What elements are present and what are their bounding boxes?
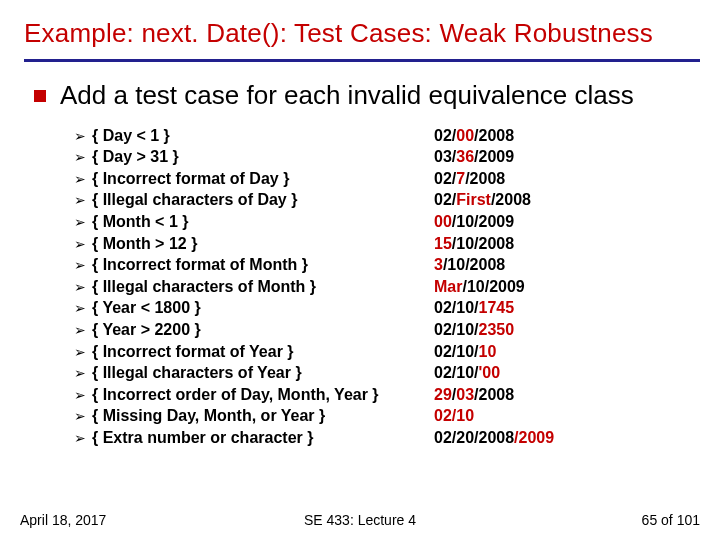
test-case-desc: { Extra number or character } — [92, 427, 434, 449]
list-item: ➢{ Incorrect format of Year }02/10/10 — [74, 341, 696, 363]
test-case-example: 03/36/2009 — [434, 146, 514, 168]
list-item: ➢{ Illegal characters of Month }Mar/10/2… — [74, 276, 696, 298]
test-case-example: 02/10/10 — [434, 341, 496, 363]
test-case-example: 29/03/2008 — [434, 384, 514, 406]
chevron-right-icon: ➢ — [74, 191, 92, 210]
test-case-desc: { Day > 31 } — [92, 146, 434, 168]
test-case-example: 02/10/2350 — [434, 319, 514, 341]
test-case-example: 02/First/2008 — [434, 189, 531, 211]
list-item: ➢{ Illegal characters of Year }02/10/'00 — [74, 362, 696, 384]
test-case-example: 02/10 — [434, 405, 474, 427]
test-case-desc: { Incorrect format of Day } — [92, 168, 434, 190]
chevron-right-icon: ➢ — [74, 343, 92, 362]
chevron-right-icon: ➢ — [74, 299, 92, 318]
bullet-square-icon — [34, 90, 46, 102]
chevron-right-icon: ➢ — [74, 321, 92, 340]
main-bullet-text: Add a test case for each invalid equival… — [60, 80, 634, 111]
list-item: ➢{ Year < 1800 }02/10/1745 — [74, 297, 696, 319]
test-case-list: ➢{ Day < 1 }02/00/2008➢{ Day > 31 }03/36… — [74, 125, 696, 449]
list-item: ➢{ Day < 1 }02/00/2008 — [74, 125, 696, 147]
test-case-desc: { Illegal characters of Month } — [92, 276, 434, 298]
test-case-example: 02/00/2008 — [434, 125, 514, 147]
list-item: ➢{ Year > 2200 }02/10/2350 — [74, 319, 696, 341]
list-item: ➢{ Missing Day, Month, or Year }02/10 — [74, 405, 696, 427]
list-item: ➢{ Illegal characters of Day }02/First/2… — [74, 189, 696, 211]
list-item: ➢{ Incorrect format of Month }3/10/2008 — [74, 254, 696, 276]
test-case-example: 02/20/2008/2009 — [434, 427, 554, 449]
test-case-example: 02/10/'00 — [434, 362, 500, 384]
test-case-example: 02/10/1745 — [434, 297, 514, 319]
test-case-desc: { Illegal characters of Year } — [92, 362, 434, 384]
list-item: ➢{ Month > 12 }15/10/2008 — [74, 233, 696, 255]
list-item: ➢{ Extra number or character }02/20/2008… — [74, 427, 696, 449]
chevron-right-icon: ➢ — [74, 407, 92, 426]
list-item: ➢{ Day > 31 }03/36/2009 — [74, 146, 696, 168]
test-case-example: 15/10/2008 — [434, 233, 514, 255]
chevron-right-icon: ➢ — [74, 213, 92, 232]
chevron-right-icon: ➢ — [74, 278, 92, 297]
slide-title: Example: next. Date(): Test Cases: Weak … — [0, 0, 720, 59]
test-case-desc: { Year > 2200 } — [92, 319, 434, 341]
chevron-right-icon: ➢ — [74, 364, 92, 383]
chevron-right-icon: ➢ — [74, 386, 92, 405]
test-case-example: 3/10/2008 — [434, 254, 505, 276]
list-item: ➢{ Month < 1 }00/10/2009 — [74, 211, 696, 233]
test-case-example: 00/10/2009 — [434, 211, 514, 233]
list-item: ➢{ Incorrect order of Day, Month, Year }… — [74, 384, 696, 406]
footer-course: SE 433: Lecture 4 — [0, 512, 720, 528]
test-case-desc: { Month > 12 } — [92, 233, 434, 255]
test-case-desc: { Day < 1 } — [92, 125, 434, 147]
test-case-desc: { Incorrect format of Month } — [92, 254, 434, 276]
test-case-desc: { Incorrect format of Year } — [92, 341, 434, 363]
test-case-desc: { Month < 1 } — [92, 211, 434, 233]
chevron-right-icon: ➢ — [74, 127, 92, 146]
chevron-right-icon: ➢ — [74, 170, 92, 189]
test-case-example: 02/7/2008 — [434, 168, 505, 190]
test-case-desc: { Year < 1800 } — [92, 297, 434, 319]
test-case-desc: { Illegal characters of Day } — [92, 189, 434, 211]
chevron-right-icon: ➢ — [74, 429, 92, 448]
test-case-desc: { Missing Day, Month, or Year } — [92, 405, 434, 427]
chevron-right-icon: ➢ — [74, 256, 92, 275]
footer: April 18, 2017 SE 433: Lecture 4 65 of 1… — [0, 512, 720, 528]
footer-page: 65 of 101 — [642, 512, 700, 528]
slide-body: Add a test case for each invalid equival… — [0, 62, 720, 449]
chevron-right-icon: ➢ — [74, 235, 92, 254]
list-item: ➢{ Incorrect format of Day }02/7/2008 — [74, 168, 696, 190]
test-case-example: Mar/10/2009 — [434, 276, 525, 298]
main-bullet: Add a test case for each invalid equival… — [34, 80, 696, 111]
chevron-right-icon: ➢ — [74, 148, 92, 167]
slide: Example: next. Date(): Test Cases: Weak … — [0, 0, 720, 540]
test-case-desc: { Incorrect order of Day, Month, Year } — [92, 384, 434, 406]
footer-date: April 18, 2017 — [20, 512, 106, 528]
